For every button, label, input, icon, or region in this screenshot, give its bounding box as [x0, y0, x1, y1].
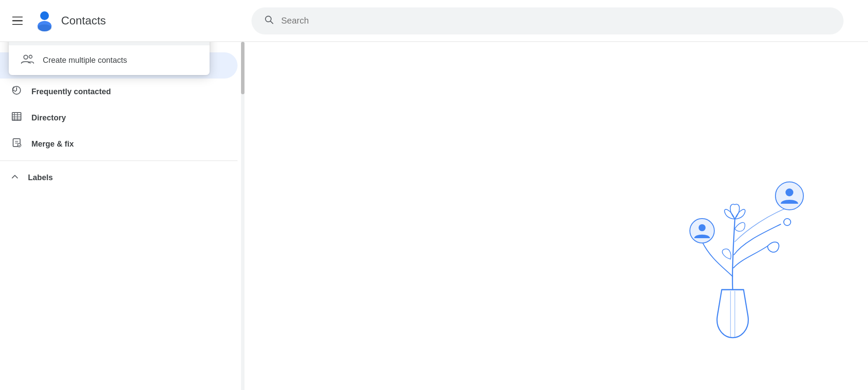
scrollbar[interactable] [241, 42, 245, 390]
header: Contacts [0, 0, 868, 42]
header-left: Contacts [7, 10, 251, 32]
labels-label: Labels [28, 173, 53, 182]
people-icon [21, 53, 34, 67]
svg-point-18 [29, 55, 32, 58]
search-input[interactable] [281, 16, 831, 26]
sidebar-labels-section[interactable]: Labels [0, 164, 245, 191]
chevron-up-icon [10, 172, 19, 183]
svg-point-2 [38, 24, 52, 31]
merge-fix-label: Merge & fix [31, 140, 74, 149]
app-title: Contacts [61, 14, 106, 27]
search-icon [264, 14, 274, 27]
history-icon [10, 85, 23, 98]
create-contact-dropdown: Create a contact Create multiple contact… [9, 42, 210, 75]
create-multiple-contacts-option[interactable]: Create multiple contacts [9, 45, 210, 75]
frequently-contacted-label: Frequently contacted [31, 87, 111, 96]
body: Contacts Frequently contacted [0, 42, 868, 390]
sidebar-divider [0, 161, 238, 161]
scrollbar-thumb[interactable] [241, 42, 245, 94]
svg-point-26 [785, 188, 793, 196]
sidebar: Contacts Frequently contacted [0, 42, 245, 390]
menu-button[interactable] [7, 10, 28, 31]
app-logo [33, 10, 56, 32]
directory-icon [10, 111, 23, 124]
directory-label: Directory [31, 113, 66, 123]
decorative-illustration [667, 154, 842, 381]
create-multiple-contacts-label: Create multiple contacts [43, 56, 127, 65]
sidebar-item-merge-fix[interactable]: Merge & fix [0, 131, 238, 157]
sidebar-item-directory[interactable]: Directory [0, 105, 238, 131]
create-contact-option[interactable]: Create a contact [9, 42, 210, 45]
main-content [245, 42, 868, 390]
svg-point-22 [784, 219, 791, 226]
search-bar[interactable] [251, 7, 844, 34]
svg-line-4 [271, 21, 273, 24]
svg-point-24 [699, 224, 706, 231]
merge-icon [10, 137, 23, 151]
svg-point-15 [17, 144, 21, 147]
sidebar-item-frequently-contacted[interactable]: Frequently contacted [0, 79, 238, 105]
svg-point-0 [40, 11, 49, 20]
svg-point-17 [24, 55, 28, 59]
